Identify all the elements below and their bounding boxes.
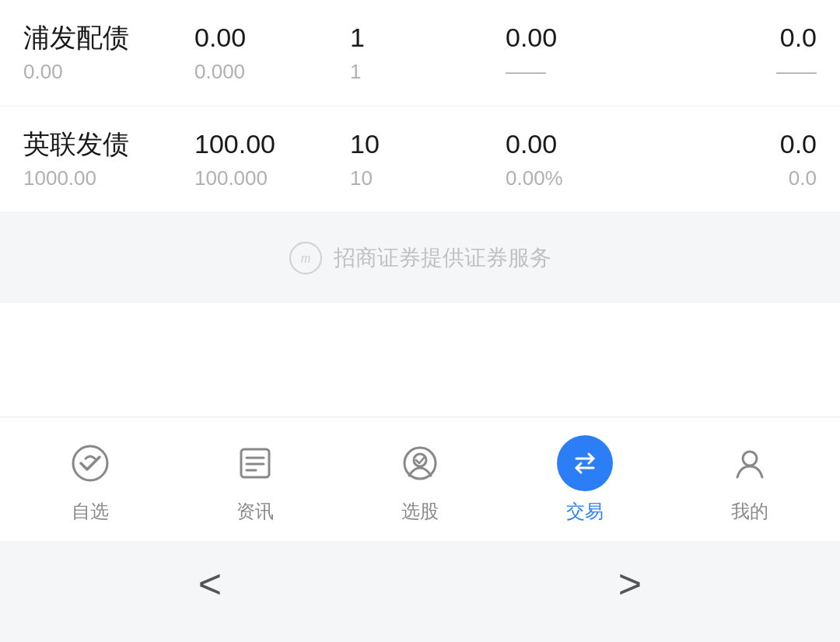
stock-val-sub-col2-2: 10 <box>350 166 373 190</box>
stock-val-col2-2: 10 <box>350 128 380 160</box>
stock-col3-1: 0.00 —— <box>506 22 661 84</box>
stock-val-col3-1: 0.00 <box>506 22 557 54</box>
stock-val-sub-col1-2: 100.000 <box>194 166 268 190</box>
stock-name-col-1: 浦发配债 0.00 <box>23 22 194 84</box>
tab-zixun-label: 资讯 <box>236 499 274 524</box>
stock-col3-2: 0.00 0.00% <box>506 128 661 190</box>
tab-wode-label: 我的 <box>731 499 768 524</box>
svg-point-2 <box>73 446 107 480</box>
zixun-icon <box>227 435 283 491</box>
zixuan-icon <box>62 435 118 491</box>
stock-name-sub-1: 0.00 <box>23 60 194 84</box>
svg-text:m: m <box>301 250 311 266</box>
stock-val-col4-2: 0.0 <box>780 128 817 160</box>
service-banner: m 招商证券提供证券服务 <box>0 213 840 303</box>
nav-bar: < > <box>0 541 840 642</box>
stock-val-col3-2: 0.00 <box>506 128 557 160</box>
xuangu-icon <box>392 435 448 491</box>
jiaoyi-icon <box>557 435 613 491</box>
stock-name-2: 英联发债 <box>23 128 194 160</box>
stock-name-1: 浦发配债 <box>23 22 194 54</box>
main-content: 浦发配债 0.00 0.00 0.000 1 1 0.00 —— 0.0 —— … <box>0 0 840 303</box>
stock-val-sub-col3-2: 0.00% <box>506 166 563 190</box>
stock-val-col1-2: 100.00 <box>194 128 275 160</box>
svg-point-11 <box>743 452 757 466</box>
tab-zixun[interactable]: 资讯 <box>193 435 317 524</box>
tab-jiaoyi[interactable]: 交易 <box>523 435 647 524</box>
stock-row-1: 浦发配债 0.00 0.00 0.000 1 1 0.00 —— 0.0 —— <box>0 0 840 106</box>
stock-name-col-2: 英联发债 1000.00 <box>23 128 194 190</box>
tab-jiaoyi-label: 交易 <box>566 499 604 524</box>
stock-val-sub-col2-1: 1 <box>350 60 361 84</box>
back-button[interactable]: < <box>152 545 268 623</box>
stock-name-sub-2: 1000.00 <box>23 166 194 190</box>
stock-val-sub-col1-1: 0.000 <box>194 60 245 84</box>
stock-val-col1-1: 0.00 <box>194 22 246 54</box>
service-logo-icon: m <box>289 241 323 275</box>
stock-col4-1: 0.0 —— <box>661 22 817 84</box>
stock-col1-2: 100.00 100.000 <box>194 128 350 190</box>
tab-xuangu[interactable]: 选股 <box>358 435 482 524</box>
forward-button[interactable]: > <box>572 545 688 623</box>
wode-icon <box>722 435 778 491</box>
service-text: 招商证券提供证券服务 <box>334 243 551 273</box>
stock-val-sub-col4-1: —— <box>776 60 817 84</box>
tab-bar: 自选 资讯 选股 <box>0 417 840 541</box>
stock-val-col4-1: 0.0 <box>780 22 817 54</box>
tab-xuangu-label: 选股 <box>401 499 439 524</box>
stock-col4-2: 0.0 0.0 <box>661 128 817 190</box>
stock-col2-1: 1 1 <box>350 22 506 84</box>
stock-row-2: 英联发债 1000.00 100.00 100.000 10 10 0.00 0… <box>0 106 840 213</box>
tab-wode[interactable]: 我的 <box>688 435 812 524</box>
tab-zixuan-label: 自选 <box>72 499 109 524</box>
stock-col1-1: 0.00 0.000 <box>194 22 350 84</box>
stock-col2-2: 10 10 <box>350 128 506 190</box>
tab-zixuan[interactable]: 自选 <box>28 435 152 524</box>
stock-val-col2-1: 1 <box>350 22 365 54</box>
stock-val-sub-col4-2: 0.0 <box>789 166 817 190</box>
stock-val-sub-col3-1: —— <box>506 60 546 84</box>
